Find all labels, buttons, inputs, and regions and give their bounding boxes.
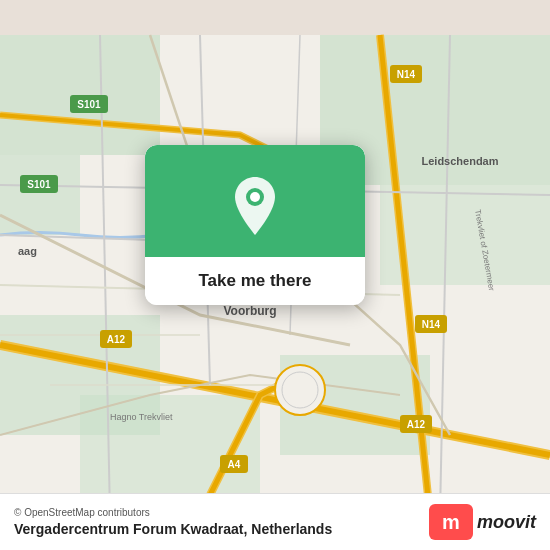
bottom-bar: © OpenStreetMap contributors Vergadercen… — [0, 493, 550, 550]
take-me-there-button[interactable]: Take me there — [145, 257, 365, 305]
svg-point-35 — [282, 372, 318, 408]
location-pin-icon — [229, 175, 281, 237]
svg-point-40 — [250, 192, 260, 202]
svg-rect-2 — [0, 155, 80, 235]
svg-text:Voorburg: Voorburg — [223, 304, 276, 318]
svg-text:Leidschendam: Leidschendam — [421, 155, 498, 167]
svg-text:S101: S101 — [27, 179, 51, 190]
svg-text:N14: N14 — [397, 69, 416, 80]
card-header — [145, 145, 365, 257]
svg-text:A12: A12 — [407, 419, 426, 430]
bottom-info: © OpenStreetMap contributors Vergadercen… — [14, 507, 332, 537]
svg-text:A4: A4 — [228, 459, 241, 470]
moovit-m-icon: m — [429, 504, 473, 540]
svg-text:S101: S101 — [77, 99, 101, 110]
location-card: Take me there — [145, 145, 365, 305]
location-name: Vergadercentrum Forum Kwadraat, Netherla… — [14, 521, 332, 537]
attribution-text: © OpenStreetMap contributors — [14, 507, 332, 518]
svg-text:Hagno Trekvliet: Hagno Trekvliet — [110, 412, 173, 422]
svg-text:N14: N14 — [422, 319, 441, 330]
app-container: S101 S101 N14 N14 A12 A12 A4 Leidschenda… — [0, 0, 550, 550]
moovit-logo: m moovit — [429, 504, 536, 540]
moovit-label: moovit — [477, 512, 536, 533]
svg-text:A12: A12 — [107, 334, 126, 345]
svg-text:aag: aag — [18, 245, 37, 257]
